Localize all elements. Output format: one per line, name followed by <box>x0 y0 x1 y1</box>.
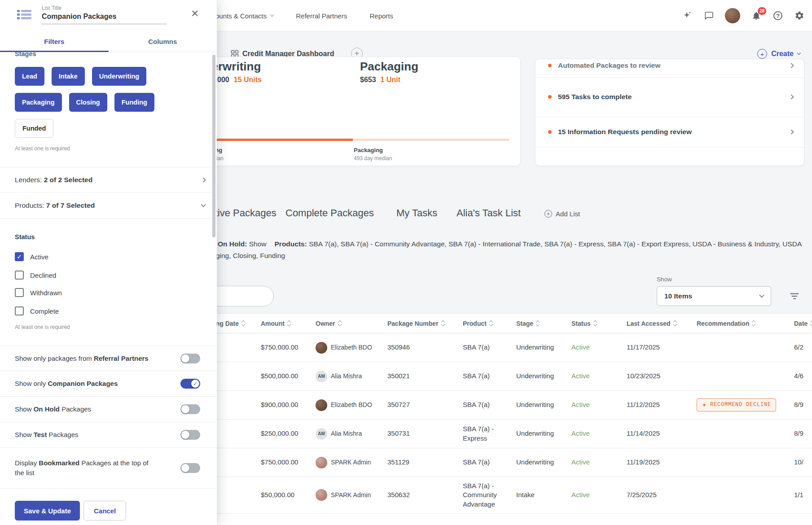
package-number-cell: 350727 <box>384 396 459 414</box>
status-checkbox-complete[interactable]: ✓ Complete <box>15 306 59 316</box>
tab-my-tasks[interactable]: My Tasks <box>396 207 437 219</box>
stage-underwriting-button[interactable]: Underwriting <box>92 67 146 86</box>
owner-chip[interactable]: SPARK Admin <box>316 457 380 468</box>
units-badge: 1 Unit <box>381 76 400 84</box>
metric-amount-packaging: $653 1 Unit <box>360 76 400 84</box>
tab-filters[interactable]: Filters <box>0 31 109 52</box>
task-item-tasks-to-complete[interactable]: 595 Tasks to complete <box>535 77 804 117</box>
package-number-cell: 350946 <box>384 338 459 356</box>
sort-icon[interactable] <box>752 321 755 326</box>
sort-icon[interactable] <box>594 321 597 326</box>
sort-icon[interactable] <box>442 321 444 326</box>
status-checkbox-withdrawn[interactable]: ✓ Withdrawn <box>15 287 62 298</box>
sort-icon[interactable] <box>674 321 676 326</box>
cancel-button[interactable]: Cancel <box>83 501 126 521</box>
amount-cell: $750,000.00 <box>257 338 312 356</box>
sort-icon[interactable] <box>536 321 539 326</box>
chevron-down-icon <box>797 51 801 55</box>
sparkle-icon <box>702 402 707 408</box>
column-header-product[interactable]: Product <box>459 320 513 327</box>
stage-filter-row: Packaging Closing Funding <box>15 93 154 112</box>
nav-label: Referral Partners <box>296 12 347 20</box>
filter-summary-line1: On Hold: ShowProducts: SBA 7(a), SBA 7(a… <box>218 240 802 248</box>
lenders-filter-row[interactable]: Lenders: 2 of 2 Selected <box>0 167 217 192</box>
tab-complete-packages[interactable]: Complete Packages <box>285 207 374 219</box>
tab-alias-task-list[interactable]: Alia's Task List <box>456 207 521 219</box>
owner-chip[interactable]: AM Alia Mishra <box>316 371 380 382</box>
list-icon <box>16 9 32 25</box>
task-item-information-requests[interactable]: 15 Information Requests pending review <box>535 117 804 147</box>
nav-label: Reports <box>369 12 393 20</box>
nav-referral-partners[interactable]: Referral Partners <box>296 12 347 20</box>
list-title-input[interactable] <box>42 13 167 24</box>
owner-chip[interactable]: Elizabeth BDO <box>316 399 380 411</box>
task-item-automated-packages[interactable]: Automated Packages to review <box>535 59 804 75</box>
gear-icon[interactable] <box>794 10 805 21</box>
ai-sparkle-icon[interactable] <box>682 10 693 21</box>
owner-avatar <box>316 457 327 468</box>
column-header-stage[interactable]: Stage <box>513 320 568 327</box>
recommendation-badge: RECOMMEND DECLINE <box>697 398 776 411</box>
test-packages-toggle[interactable]: ✓ <box>180 430 200 440</box>
recommendation-cell <box>693 458 790 467</box>
status-checkbox-declined[interactable]: ✓ Declined <box>15 270 56 280</box>
owner-avatar <box>316 489 327 501</box>
products-filter-row[interactable]: Products: 7 of 7 Selected <box>0 192 217 219</box>
save-update-button[interactable]: Save & Update <box>15 501 80 521</box>
column-header-last-accessed[interactable]: Last Accessed <box>623 320 693 327</box>
drawer-tabs: Filters Columns <box>0 31 217 52</box>
sort-icon[interactable] <box>288 321 290 326</box>
stage-lead-button[interactable]: Lead <box>15 67 44 86</box>
sort-icon[interactable] <box>242 321 245 326</box>
main-nav: Accounts & Contacts Referral Partners Re… <box>204 0 393 31</box>
divider <box>535 147 804 148</box>
help-icon[interactable]: ? <box>772 10 783 21</box>
status-heading: Status <box>15 233 35 241</box>
tab-columns[interactable]: Columns <box>109 31 217 52</box>
column-header-owner[interactable]: Owner <box>312 320 384 327</box>
on-hold-toggle[interactable]: ✓ <box>180 404 200 414</box>
owner-avatar: AM <box>316 371 327 382</box>
chat-icon[interactable] <box>703 10 714 21</box>
owner-chip[interactable]: AM Alia Mishra <box>316 428 380 440</box>
dot-icon <box>548 64 552 67</box>
companion-packages-toggle[interactable]: ✓ <box>180 379 200 389</box>
stage-packaging-button[interactable]: Packaging <box>15 93 62 112</box>
owner-chip[interactable]: SPARK Admin <box>316 489 380 501</box>
status-checkbox-active[interactable]: ✓ Active <box>15 251 48 262</box>
sort-icon[interactable] <box>338 321 341 326</box>
list-filters-drawer: List Title × Filters Columns Stages Lead… <box>0 0 217 525</box>
column-header-date[interactable]: Date <box>790 320 812 327</box>
status-badge: Active <box>568 453 623 471</box>
date-cell: 10/ <box>790 453 812 471</box>
toggle-section: Show only packages from Referral Partner… <box>0 346 217 489</box>
stage-closing-button[interactable]: Closing <box>69 93 107 112</box>
topnav-icon-cluster: 28 ? <box>682 0 805 31</box>
chevron-right-icon <box>201 177 206 182</box>
close-icon[interactable]: × <box>191 7 198 20</box>
sort-icon[interactable] <box>490 321 492 326</box>
stage-funded-button[interactable]: Funded <box>15 119 53 138</box>
owner-cell: Elizabeth BDO <box>312 337 384 358</box>
column-header-amount[interactable]: Amount <box>257 320 312 327</box>
user-avatar[interactable] <box>725 8 740 23</box>
checkbox-icon: ✓ <box>15 252 24 261</box>
stage-funding-button[interactable]: Funding <box>114 93 154 112</box>
date-cell: 1/1 <box>790 486 812 504</box>
drawer-scrollbar[interactable] <box>212 55 215 237</box>
add-list-button[interactable]: + Add List <box>544 210 580 218</box>
items-per-page-select[interactable]: 10 Items <box>657 286 771 306</box>
referral-partners-toggle[interactable]: ✓ <box>180 354 200 363</box>
checkbox-icon: ✓ <box>15 288 24 297</box>
nav-reports[interactable]: Reports <box>369 12 393 20</box>
column-header-recommendation[interactable]: Recommendation <box>693 320 790 327</box>
bookmarked-toggle[interactable]: ✓ <box>180 463 200 473</box>
owner-chip[interactable]: Elizabeth BDO <box>316 342 380 354</box>
column-header-status[interactable]: Status <box>568 320 623 327</box>
stage-intake-button[interactable]: Intake <box>52 67 85 86</box>
bell-icon[interactable]: 28 <box>751 10 762 21</box>
column-header-package-number[interactable]: Package Number <box>384 320 459 327</box>
filter-icon[interactable] <box>786 287 803 305</box>
last-accessed-cell: 11/17/2025 <box>623 338 693 356</box>
units-badge: 15 Units <box>234 76 262 84</box>
